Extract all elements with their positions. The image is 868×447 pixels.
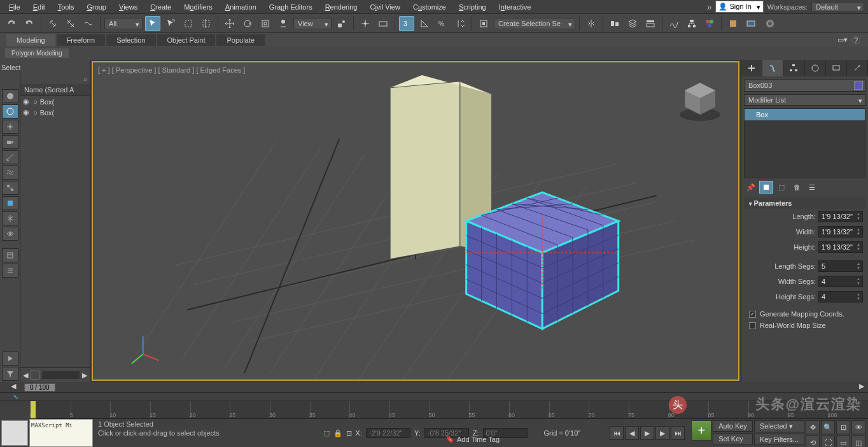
maxscript-mini-listener[interactable]: MAXScript Mi	[29, 419, 93, 447]
timeslider-right-icon[interactable]: ▶	[859, 382, 868, 392]
display-shapes-icon[interactable]	[2, 104, 18, 118]
cmd-tab-utilities[interactable]	[847, 60, 868, 76]
modifier-stack[interactable]: Box	[744, 108, 865, 178]
param-lsegs-input[interactable]: 5▲▼	[818, 260, 863, 272]
display-lights-icon[interactable]	[2, 120, 18, 134]
viewcube[interactable]	[675, 75, 725, 126]
menu-rendering[interactable]: Rendering	[320, 2, 363, 12]
menu-file[interactable]: File	[4, 2, 25, 12]
display-containers-icon[interactable]	[2, 196, 18, 210]
gen-mapping-checkbox[interactable]: ✓Generate Mapping Coords.	[744, 308, 865, 320]
named-selset-dropdown[interactable]: Create Selection Se▾	[494, 18, 575, 29]
redo-button[interactable]	[22, 16, 37, 31]
align-button[interactable]	[607, 16, 622, 31]
goto-start-button[interactable]: ⏮	[610, 426, 624, 440]
menu-scripting[interactable]: Scripting	[454, 2, 491, 12]
display-bone-icon[interactable]	[2, 181, 18, 195]
ribbon-help-icon[interactable]: ?	[851, 36, 860, 45]
placement-button[interactable]	[276, 16, 291, 31]
ribbon-panel-polymod[interactable]: Polygon Modeling	[5, 48, 69, 58]
lock-selection-icon[interactable]: ⬚	[323, 429, 330, 437]
param-hsegs-input[interactable]: 4▲▼	[818, 291, 863, 302]
lock-icon[interactable]: 🔒	[333, 429, 342, 437]
cmd-tab-create[interactable]	[741, 60, 762, 76]
scroll-left-icon[interactable]: ◀	[23, 371, 28, 380]
pin-stack-icon[interactable]: 📌	[744, 181, 758, 194]
keyboard-shortcut-button[interactable]	[375, 16, 391, 31]
cmd-tab-hierarchy[interactable]	[783, 60, 804, 76]
ribbon-tab-populate[interactable]: Populate	[216, 34, 264, 46]
nav-minmax-button[interactable]: ◫	[851, 436, 865, 447]
param-height-input[interactable]: 1'9 13/32"▲▼	[818, 241, 863, 253]
undo-button[interactable]	[4, 16, 19, 31]
prev-frame-button[interactable]: ◀	[625, 426, 639, 440]
snap-toggle-button[interactable]: 3	[399, 16, 414, 31]
angle-snap-button[interactable]	[417, 16, 432, 31]
manipulate-button[interactable]	[358, 16, 373, 31]
setkey-button[interactable]: Set Key	[713, 433, 753, 444]
goto-end-button[interactable]: ⏭	[671, 426, 685, 440]
move-button[interactable]	[222, 16, 237, 31]
scene-explorer-icon[interactable]	[2, 264, 18, 278]
workspace-dropdown[interactable]: Default▾	[811, 2, 864, 12]
menu-customize[interactable]: Customize	[408, 2, 451, 12]
selection-filter-dropdown[interactable]: All▾	[104, 18, 143, 29]
track-bar[interactable]: ∿	[0, 392, 868, 401]
curve-editor-button[interactable]	[666, 16, 682, 31]
select-object-button[interactable]	[145, 16, 160, 31]
rendered-frame-button[interactable]	[743, 16, 759, 31]
menu-interactive[interactable]: Interactive	[494, 2, 536, 12]
filter-icon[interactable]	[2, 367, 18, 381]
param-length-input[interactable]: 1'9 13/32"▲▼	[818, 211, 863, 222]
ribbon-tab-freeform[interactable]: Freeform	[57, 34, 106, 46]
selection-center-icon[interactable]: ⊡	[346, 429, 352, 437]
menu-grapheditors[interactable]: Graph Editors	[264, 2, 318, 12]
ribbon-tab-objectpaint[interactable]: Object Paint	[157, 34, 216, 46]
schematic-view-button[interactable]	[684, 16, 699, 31]
edit-selset-button[interactable]	[476, 16, 491, 31]
modifier-stack-item[interactable]: Box	[745, 109, 865, 120]
rect-region-button[interactable]	[181, 16, 196, 31]
visibility-icon[interactable]: ◉	[23, 97, 31, 106]
display-helpers-icon[interactable]	[2, 150, 18, 164]
link-button[interactable]	[45, 16, 60, 31]
autokey-button[interactable]: Auto Key	[713, 420, 753, 432]
object-name-field[interactable]: Box003	[744, 79, 865, 92]
timeline-ruler[interactable]: 0510152025303540455055606570758085909510…	[31, 401, 868, 419]
bind-spacewarp-button[interactable]	[81, 16, 96, 31]
cmd-tab-modify[interactable]	[762, 60, 783, 76]
display-cameras-icon[interactable]	[2, 135, 18, 149]
scene-item-2[interactable]: ◉○Box(	[20, 107, 90, 118]
unlink-button[interactable]	[63, 16, 78, 31]
menu-group[interactable]: Group	[81, 2, 111, 12]
render-setup-button[interactable]	[725, 16, 741, 31]
playback-icon[interactable]	[2, 351, 18, 365]
scroll-right-icon[interactable]: ▶	[82, 371, 87, 380]
menu-modifiers[interactable]: Modifiers	[179, 2, 218, 12]
time-slider[interactable]: 0 / 100	[24, 382, 55, 392]
selected-dropdown[interactable]: Selected ▾	[754, 420, 804, 432]
ref-coord-dropdown[interactable]: View▾	[293, 18, 332, 29]
display-hidden-icon[interactable]	[2, 227, 18, 241]
nav-zoom-button[interactable]: 🔍	[821, 420, 835, 434]
play-button[interactable]: ▶	[640, 426, 654, 440]
display-frozen-icon[interactable]	[2, 211, 18, 225]
rollout-parameters[interactable]: Parameters	[744, 197, 865, 209]
add-timetag-button[interactable]: Add Time Tag	[457, 436, 500, 443]
menu-civilview[interactable]: Civil View	[365, 2, 405, 12]
remove-modifier-icon[interactable]: 🗑	[790, 181, 804, 194]
material-editor-button[interactable]	[702, 16, 717, 31]
coord-x-input[interactable]: -2'9 22/32"	[366, 428, 410, 438]
viewport-perspective[interactable]: [ + ] [ Perspective ] [ Standard ] [ Edg…	[92, 61, 739, 381]
configure-sets-icon[interactable]: ☰	[805, 181, 819, 194]
pivot-center-button[interactable]	[334, 16, 349, 31]
menu-views[interactable]: Views	[114, 2, 143, 12]
menu-create[interactable]: Create	[145, 2, 176, 12]
nav-max-button[interactable]: ⛶	[821, 436, 835, 447]
param-wsegs-input[interactable]: 4▲▼	[818, 276, 863, 287]
scene-item-1[interactable]: ◉○Box(	[20, 96, 90, 107]
trackbar-toggle-icon[interactable]: ∿	[13, 393, 18, 401]
mirror-button[interactable]	[584, 16, 599, 31]
cmd-tab-display[interactable]	[826, 60, 847, 76]
param-width-input[interactable]: 1'9 13/32"▲▼	[818, 226, 863, 238]
